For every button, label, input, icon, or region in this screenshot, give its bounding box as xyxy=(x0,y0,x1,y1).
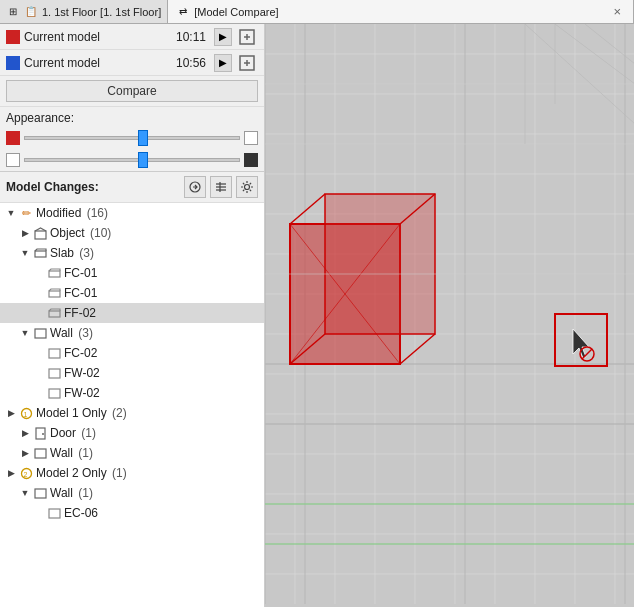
close-tab-button[interactable]: × xyxy=(609,4,625,19)
tree-item-slab[interactable]: ▼ Slab (3) xyxy=(0,243,264,263)
appearance-slider-2[interactable] xyxy=(24,152,240,168)
tab-compare-label: [Model Compare] xyxy=(194,6,278,18)
slider-thumb-2[interactable] xyxy=(138,152,148,168)
tree-wall-model1-count: (1) xyxy=(75,446,93,460)
tree-item-ff02[interactable]: FF-02 xyxy=(0,303,264,323)
expand-wall-modified[interactable]: ▼ xyxy=(18,326,32,340)
expand-fc01-2 xyxy=(32,286,46,300)
appearance-slider-1[interactable] xyxy=(24,130,240,146)
expand-fw02-1 xyxy=(32,366,46,380)
tree-view[interactable]: ▼ ✏ Modified (16) ▶ Object (10) ▼ xyxy=(0,203,264,607)
tree-item-wall-model1[interactable]: ▶ Wall (1) xyxy=(0,443,264,463)
model2-time: 10:56 xyxy=(176,56,206,70)
model-changes-header: Model Changes: xyxy=(0,171,264,203)
model-row-2: Current model 10:56 ▶ xyxy=(0,50,264,76)
viewport-background xyxy=(265,24,634,607)
appearance-swatch-red xyxy=(6,131,20,145)
model1-arrow-button[interactable]: ▶ xyxy=(214,28,232,46)
tree-item-fw02-2[interactable]: FW-02 xyxy=(0,383,264,403)
appearance-swatch-white2 xyxy=(6,153,20,167)
expand-model2only[interactable]: ▶ xyxy=(4,466,18,480)
tree-item-object[interactable]: ▶ Object (10) xyxy=(0,223,264,243)
tree-object-text: Object xyxy=(50,226,85,240)
model2only-icon: 2 xyxy=(18,465,34,481)
viewport[interactable] xyxy=(265,24,634,607)
tree-door-count: (1) xyxy=(78,426,96,440)
model-changes-list-button[interactable] xyxy=(210,176,232,198)
tree-item-wall-modified[interactable]: ▼ Wall (3) xyxy=(0,323,264,343)
svg-rect-10 xyxy=(49,271,60,277)
tree-item-fc01-1[interactable]: FC-01 xyxy=(0,263,264,283)
tree-item-model1only[interactable]: ▶ 1 Model 1 Only (2) xyxy=(0,403,264,423)
pencil-icon: ✏ xyxy=(18,205,34,221)
svg-rect-24 xyxy=(35,489,46,498)
wall-icon-model2 xyxy=(32,485,48,501)
tree-item-door[interactable]: ▶ Door (1) xyxy=(0,423,264,443)
model1only-icon: 1 xyxy=(18,405,34,421)
model-changes-copy-button[interactable] xyxy=(184,176,206,198)
tree-wall-model2-text: Wall xyxy=(50,486,73,500)
expand-fw02-2 xyxy=(32,386,46,400)
tree-item-wall-model2[interactable]: ▼ Wall (1) xyxy=(0,483,264,503)
model2-nav-icon[interactable] xyxy=(236,52,258,74)
model1-nav-icon[interactable] xyxy=(236,26,258,48)
expand-object[interactable]: ▶ xyxy=(18,226,32,240)
model2-arrow-button[interactable]: ▶ xyxy=(214,54,232,72)
svg-rect-16 xyxy=(49,389,60,398)
tree-slab-count: (3) xyxy=(76,246,94,260)
tree-item-fc01-2[interactable]: FC-01 xyxy=(0,283,264,303)
svg-rect-8 xyxy=(35,231,46,239)
tab-model-compare[interactable]: ⇄ [Model Compare] × xyxy=(168,0,634,23)
slider-thumb-1[interactable] xyxy=(138,130,148,146)
tree-ff02-text: FF-02 xyxy=(64,306,96,320)
compare-button-row: Compare xyxy=(0,76,264,107)
wall-item-icon-1 xyxy=(46,345,62,361)
slab-item-icon-2 xyxy=(46,285,62,301)
tree-model1only-count: (2) xyxy=(109,406,127,420)
compare-button[interactable]: Compare xyxy=(6,80,258,102)
svg-text:2: 2 xyxy=(23,470,27,477)
tree-model2only-text: Model 2 Only xyxy=(36,466,107,480)
grid-icon: ⊞ xyxy=(6,5,20,19)
tree-modified-text: Modified xyxy=(36,206,81,220)
appearance-swatch-dark xyxy=(244,153,258,167)
tree-item-modified[interactable]: ▼ ✏ Modified (16) xyxy=(0,203,264,223)
svg-rect-25 xyxy=(49,509,60,518)
expand-door[interactable]: ▶ xyxy=(18,426,32,440)
expand-modified[interactable]: ▼ xyxy=(4,206,18,220)
slab-item-icon-1 xyxy=(46,265,62,281)
object-icon xyxy=(32,225,48,241)
tree-wall-modified-count: (3) xyxy=(75,326,93,340)
tree-fc02-text: FC-02 xyxy=(64,346,97,360)
expand-model1only[interactable]: ▶ xyxy=(4,406,18,420)
tree-wall-modified-text: Wall xyxy=(50,326,73,340)
model2-label: Current model xyxy=(24,56,172,70)
model1-color-swatch xyxy=(6,30,20,44)
model2-color-swatch xyxy=(6,56,20,70)
tree-item-ec06[interactable]: EC-06 xyxy=(0,503,264,523)
tree-item-model2only[interactable]: ▶ 2 Model 2 Only (1) xyxy=(0,463,264,483)
floor-plan-icon: 📋 xyxy=(24,5,38,19)
tree-model2only-count: (1) xyxy=(109,466,127,480)
appearance-swatch-white xyxy=(244,131,258,145)
tree-item-fc02[interactable]: FC-02 xyxy=(0,343,264,363)
tab-floor-label: 1. 1st Floor [1. 1st Floor] xyxy=(42,6,161,18)
tree-object-count: (10) xyxy=(87,226,112,240)
expand-slab[interactable]: ▼ xyxy=(18,246,32,260)
list-icon xyxy=(214,180,228,194)
tab-floor-plan[interactable]: ⊞ 📋 1. 1st Floor [1. 1st Floor] xyxy=(0,0,168,23)
expand-wall-model2[interactable]: ▼ xyxy=(18,486,32,500)
svg-rect-9 xyxy=(35,251,46,257)
tree-item-fw02-1[interactable]: FW-02 xyxy=(0,363,264,383)
tree-slab-text: Slab xyxy=(50,246,74,260)
expand-fc01-1 xyxy=(32,266,46,280)
tree-fc01-1-text: FC-01 xyxy=(64,266,97,280)
copy-icon xyxy=(188,180,202,194)
expand-fc02 xyxy=(32,346,46,360)
expand-wall-model1[interactable]: ▶ xyxy=(18,446,32,460)
left-panel: Current model 10:11 ▶ Current model 10:5… xyxy=(0,24,265,607)
tree-fw02-2-text: FW-02 xyxy=(64,386,100,400)
model-changes-settings-button[interactable] xyxy=(236,176,258,198)
tree-modified-count: (16) xyxy=(83,206,108,220)
model1-label: Current model xyxy=(24,30,172,44)
